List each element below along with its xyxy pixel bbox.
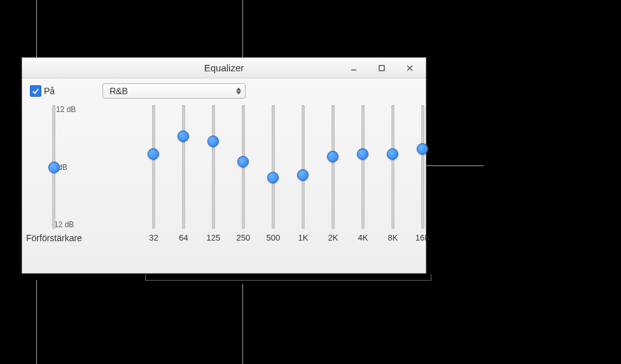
band-slider-8K[interactable] (385, 105, 400, 229)
band-thumb-500[interactable] (267, 172, 279, 183)
band-slider-1K[interactable] (295, 105, 310, 229)
band-thumb-250[interactable] (237, 156, 249, 167)
band-column-4K: 4K (348, 105, 378, 267)
band-slider-4K[interactable] (355, 105, 370, 229)
band-slider-500[interactable] (265, 105, 281, 229)
preset-selected: R&B (109, 86, 128, 96)
updown-icon (236, 87, 241, 95)
svg-rect-1 (379, 66, 384, 71)
band-column-32: 32 (139, 105, 169, 267)
band-slider-64[interactable] (176, 105, 191, 229)
band-column-1K: 1K (288, 105, 318, 267)
band-thumb-2K[interactable] (327, 151, 338, 162)
band-thumb-16K[interactable] (417, 143, 428, 155)
band-thumb-125[interactable] (207, 136, 219, 147)
titlebar: Equalizer (22, 58, 426, 78)
on-label: På (44, 86, 55, 96)
band-freq-label: 32 (144, 233, 163, 242)
band-column-16K: 16K (408, 105, 438, 267)
band-thumb-64[interactable] (178, 130, 189, 142)
controls-row: På R&B (22, 78, 426, 102)
band-freq-label: 250 (234, 233, 253, 242)
window-controls (340, 58, 423, 78)
band-thumb-32[interactable] (148, 148, 159, 160)
svg-marker-5 (236, 92, 241, 95)
band-column-8K: 8K (378, 105, 408, 267)
callout-line (36, 280, 37, 364)
band-freq-label: 16K (413, 233, 432, 242)
maximize-button[interactable] (368, 59, 395, 77)
band-slider-32[interactable] (146, 105, 161, 229)
bands-bracket (145, 274, 431, 281)
band-freq-label: 1K (293, 233, 312, 242)
equalizer-window: Equalizer På R&B (22, 57, 426, 274)
band-slider-16K[interactable] (415, 105, 430, 229)
band-freq-label: 64 (174, 233, 193, 242)
band-freq-label: 500 (263, 233, 283, 242)
on-checkbox[interactable] (30, 85, 41, 97)
close-button[interactable] (396, 59, 423, 77)
preset-dropdown[interactable]: R&B (102, 83, 246, 99)
band-slider-250[interactable] (235, 105, 251, 229)
band-slider-125[interactable] (206, 105, 221, 229)
preamp-section: +12 dB 0 dB -12 dB Förförstärkare (26, 105, 82, 267)
bands-section: 32641252505001K2K4K8K16K (139, 105, 438, 267)
band-freq-label: 4K (353, 233, 372, 242)
preamp-thumb[interactable] (48, 162, 60, 173)
band-column-2K: 2K (318, 105, 348, 267)
band-thumb-1K[interactable] (297, 169, 309, 181)
band-freq-label: 2K (323, 233, 342, 242)
band-column-64: 64 (169, 105, 199, 267)
svg-marker-4 (236, 88, 241, 91)
band-column-500: 500 (258, 105, 288, 267)
band-slider-2K[interactable] (325, 105, 340, 229)
band-thumb-4K[interactable] (357, 148, 368, 160)
band-freq-label: 8K (383, 233, 402, 242)
equalizer-toggle[interactable]: På (30, 85, 55, 97)
band-freq-label: 125 (204, 233, 223, 242)
minimize-button[interactable] (340, 59, 367, 77)
callout-line (242, 284, 243, 364)
band-thumb-8K[interactable] (387, 148, 398, 160)
window-title: Equalizer (204, 62, 244, 73)
band-column-125: 125 (199, 105, 228, 267)
preamp-slider[interactable] (46, 105, 62, 229)
band-column-250: 250 (228, 105, 258, 267)
preamp-label: Förförstärkare (26, 233, 82, 243)
equalizer-body: +12 dB 0 dB -12 dB Förförstärkare 326412… (22, 102, 426, 273)
